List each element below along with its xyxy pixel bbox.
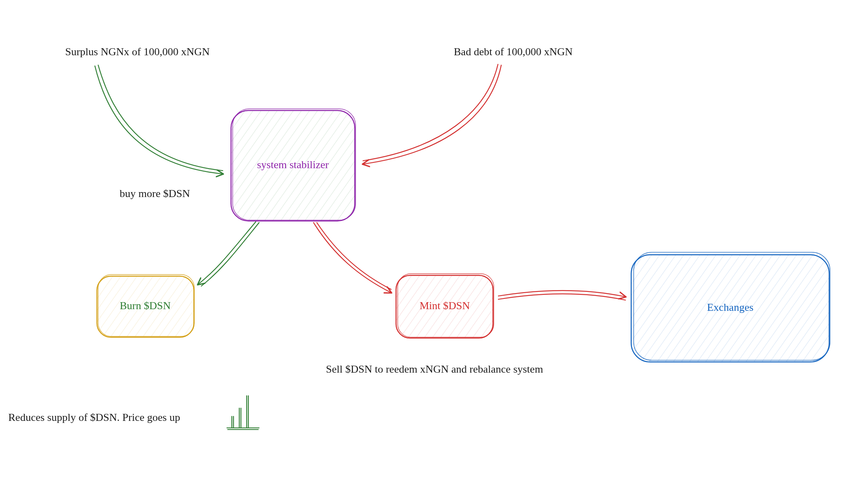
label-surplus: Surplus NGNx of 100,000 xNGN xyxy=(65,46,210,58)
arrow-stabilizer-to-burn xyxy=(198,222,259,286)
diagram-canvas: system stabilizer Burn $DSN Mint $DSN Ex… xyxy=(0,0,868,479)
arrow-stabilizer-to-mint xyxy=(314,223,391,293)
arrow-baddebt-to-stabilizer xyxy=(363,64,501,164)
arrow-surplus-to-stabilizer xyxy=(95,65,223,174)
label-bad-debt: Bad debt of 100,000 xNGN xyxy=(454,46,573,58)
label-reduces-supply: Reduces supply of $DSN. Price goes up xyxy=(8,411,180,423)
node-exchanges: Exchanges xyxy=(631,252,830,362)
label-system-stabilizer: system stabilizer xyxy=(257,159,329,171)
label-burn-dsn: Burn $DSN xyxy=(120,300,171,312)
arrow-mint-to-exchanges xyxy=(498,291,625,300)
node-burn-dsn: Burn $DSN xyxy=(97,275,194,337)
mini-bar-sketch-icon xyxy=(227,396,259,430)
label-sell-dsn: Sell $DSN to reedem xNGN and rebalance s… xyxy=(326,363,543,375)
node-system-stabilizer: system stabilizer xyxy=(231,109,356,221)
node-mint-dsn: Mint $DSN xyxy=(396,274,494,338)
label-exchanges: Exchanges xyxy=(707,301,754,313)
label-mint-dsn: Mint $DSN xyxy=(420,300,470,312)
label-buy-more: buy more $DSN xyxy=(120,188,190,200)
